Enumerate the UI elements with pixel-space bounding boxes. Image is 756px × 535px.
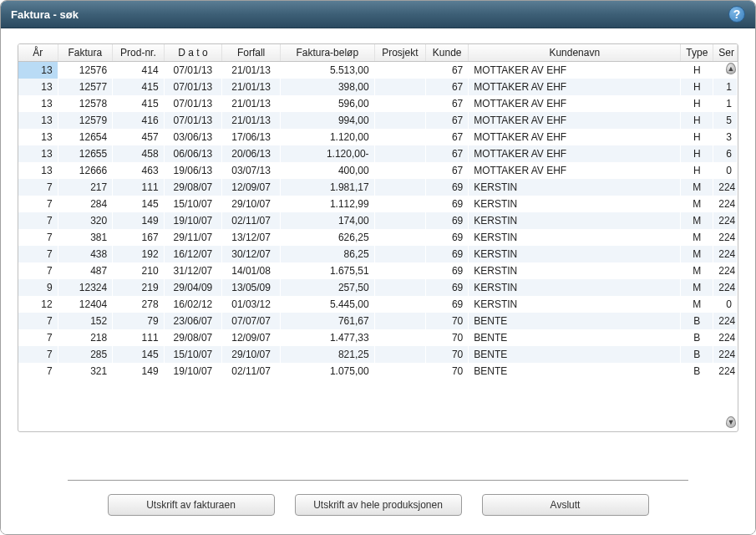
cell-kundenavn: MOTTAKER AV EHF xyxy=(469,112,681,129)
col-belop[interactable]: Faktura-beløp xyxy=(280,44,374,62)
cell-kundenavn: KERSTIN xyxy=(469,212,681,229)
table-row[interactable]: 721711129/08/0712/09/071.981,1769KERSTIN… xyxy=(18,179,738,196)
cell-ar: 13 xyxy=(18,145,58,162)
col-prodnr[interactable]: Prod-nr. xyxy=(113,44,164,62)
cell-dato: 03/06/13 xyxy=(164,129,222,145)
table-row[interactable]: 131257641407/01/1321/01/135.513,0067MOTT… xyxy=(18,62,738,79)
cell-kundenavn: MOTTAKER AV EHF xyxy=(469,145,681,162)
cell-type: H xyxy=(681,162,713,179)
cell-ar: 13 xyxy=(18,79,58,95)
close-button[interactable]: Avslutt xyxy=(482,494,649,516)
table-row[interactable]: 743819216/12/0730/12/0786,2569KERSTINM22… xyxy=(18,246,738,262)
content-area: År Faktura Prod-nr. D a t o Forfall Fakt… xyxy=(1,28,755,534)
cell-type: H xyxy=(681,95,713,112)
print-production-button[interactable]: Utskrift av hele produksjonen xyxy=(295,494,462,516)
cell-kundenavn: KERSTIN xyxy=(469,246,681,262)
table-row[interactable]: 131257741507/01/1321/01/13398,0067MOTTAK… xyxy=(18,79,738,95)
table-row[interactable]: 748721031/12/0714/01/081.675,5169KERSTIN… xyxy=(18,262,738,279)
cell-prosjekt xyxy=(374,179,425,196)
cell-prodnr: 111 xyxy=(113,179,164,196)
table-row[interactable]: 732114919/10/0702/11/071.075,0070BENTEB2… xyxy=(18,363,738,380)
cell-dato: 19/10/07 xyxy=(164,363,222,380)
col-kunde[interactable]: Kunde xyxy=(426,44,469,62)
cell-faktura: 12404 xyxy=(58,296,113,313)
cell-ser: 224 xyxy=(713,262,738,279)
table-row[interactable]: 121240427816/02/1201/03/125.445,0069KERS… xyxy=(18,296,738,313)
scroll-down-icon[interactable]: ▼ xyxy=(726,416,736,428)
table-row[interactable]: 732014919/10/0702/11/07174,0069KERSTINM2… xyxy=(18,212,738,229)
print-invoice-button[interactable]: Utskrift av fakturaen xyxy=(108,494,275,516)
cell-kundenavn: BENTE xyxy=(469,346,681,363)
cell-prodnr: 458 xyxy=(113,145,164,162)
cell-prosjekt xyxy=(374,95,425,112)
cell-prosjekt xyxy=(374,363,425,380)
cell-ser: 224 xyxy=(713,179,738,196)
cell-prodnr: 145 xyxy=(113,346,164,363)
cell-forfall: 02/11/07 xyxy=(222,363,281,380)
cell-kunde: 70 xyxy=(426,346,469,363)
table-row[interactable]: 131265445703/06/1317/06/131.120,0067MOTT… xyxy=(18,129,738,145)
cell-faktura: 487 xyxy=(58,262,113,279)
table-row[interactable]: 91232421929/04/0913/05/09257,5069KERSTIN… xyxy=(18,279,738,296)
cell-prodnr: 79 xyxy=(113,313,164,329)
cell-ser: 224 xyxy=(713,246,738,262)
col-type[interactable]: Type xyxy=(681,44,713,62)
col-kundenavn[interactable]: Kundenavn xyxy=(469,44,681,62)
cell-belop: 257,50 xyxy=(280,279,374,296)
cell-forfall: 13/12/07 xyxy=(222,229,281,246)
cell-belop: 1.075,00 xyxy=(280,363,374,380)
cell-type: M xyxy=(681,279,713,296)
cell-ar: 13 xyxy=(18,129,58,145)
cell-belop: 1.675,51 xyxy=(280,262,374,279)
cell-faktura: 12579 xyxy=(58,112,113,129)
table-row[interactable]: 728514515/10/0729/10/07821,2570BENTEB224 xyxy=(18,346,738,363)
cell-dato: 07/01/13 xyxy=(164,112,222,129)
table-row[interactable]: 728414515/10/0729/10/071.112,9969KERSTIN… xyxy=(18,196,738,212)
cell-ser: 224 xyxy=(713,229,738,246)
table-row[interactable]: 738116729/11/0713/12/07626,2569KERSTINM2… xyxy=(18,229,738,246)
cell-prosjekt xyxy=(374,296,425,313)
table-row[interactable]: 131257941607/01/1321/01/13994,0067MOTTAK… xyxy=(18,112,738,129)
cell-ar: 13 xyxy=(18,112,58,129)
scroll-up-icon[interactable]: ▲ xyxy=(726,63,736,74)
cell-ar: 7 xyxy=(18,196,58,212)
cell-kunde: 67 xyxy=(426,162,469,179)
cell-prosjekt xyxy=(374,279,425,296)
col-prosjekt[interactable]: Prosjekt xyxy=(374,44,425,62)
invoice-grid[interactable]: År Faktura Prod-nr. D a t o Forfall Fakt… xyxy=(18,43,738,432)
col-dato[interactable]: D a t o xyxy=(164,44,222,62)
cell-kunde: 70 xyxy=(426,363,469,380)
cell-dato: 29/11/07 xyxy=(164,229,222,246)
table-row[interactable]: 71527923/06/0707/07/07761,6770BENTEB224 xyxy=(18,313,738,329)
col-forfall[interactable]: Forfall xyxy=(222,44,281,62)
cell-type: H xyxy=(681,129,713,145)
cell-faktura: 12324 xyxy=(58,279,113,296)
table-row[interactable]: 131266646319/06/1303/07/13400,0067MOTTAK… xyxy=(18,162,738,179)
col-ar[interactable]: År xyxy=(18,44,58,62)
col-faktura[interactable]: Faktura xyxy=(58,44,113,62)
cell-faktura: 12666 xyxy=(58,162,113,179)
cell-kunde: 67 xyxy=(426,145,469,162)
table-row[interactable]: 721811129/08/0712/09/071.477,3370BENTEB2… xyxy=(18,329,738,346)
cell-type: B xyxy=(681,346,713,363)
cell-forfall: 21/01/13 xyxy=(222,62,281,79)
help-icon[interactable]: ? xyxy=(728,6,745,23)
cell-dato: 06/06/13 xyxy=(164,145,222,162)
cell-forfall: 21/01/13 xyxy=(222,79,281,95)
cell-prosjekt xyxy=(374,229,425,246)
cell-dato: 15/10/07 xyxy=(164,196,222,212)
cell-belop: 1.112,99 xyxy=(280,196,374,212)
cell-prosjekt xyxy=(374,313,425,329)
cell-ar: 7 xyxy=(18,179,58,196)
table-row[interactable]: 131265545806/06/1320/06/131.120,00-67MOT… xyxy=(18,145,738,162)
table-row[interactable]: 131257841507/01/1321/01/13596,0067MOTTAK… xyxy=(18,95,738,112)
cell-ser: 1 xyxy=(713,95,738,112)
button-row: Utskrift av fakturaen Utskrift av hele p… xyxy=(68,494,688,516)
cell-dato: 29/08/07 xyxy=(164,179,222,196)
cell-belop: 398,00 xyxy=(280,79,374,95)
cell-forfall: 29/10/07 xyxy=(222,346,281,363)
cell-prodnr: 111 xyxy=(113,329,164,346)
cell-belop: 994,00 xyxy=(280,112,374,129)
col-ser[interactable]: Ser xyxy=(713,44,738,62)
cell-kunde: 69 xyxy=(426,196,469,212)
